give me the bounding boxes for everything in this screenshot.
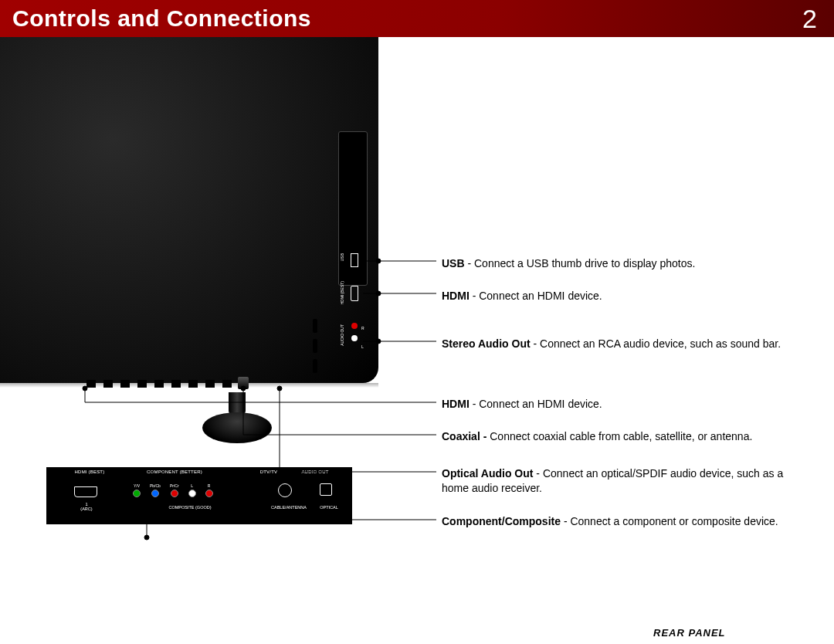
coax-port-icon [278,483,292,497]
desc-optical: Optical Audio Out - Connect an optical/S… [442,466,805,496]
desc-component: Component/Composite - Connect a componen… [442,514,778,529]
hdmi-side-port-icon [349,286,360,301]
rca-blue-icon [151,490,159,497]
desc-hdmi-side-text: - Connect an HDMI device. [470,290,602,302]
side-hdmi-label: HDMI (BEST) [340,281,344,305]
usb-port-icon [349,253,360,267]
desc-coax: Coaxial - Connect coaxial cable from cab… [442,429,752,444]
tv-side-button [313,339,317,353]
rca-red-icon [171,490,178,497]
bp-composite-sub: COMPOSITE (GOOD) [133,505,247,510]
component-rca-group: Y/V Pb/Cb Pr/Cr L R [133,483,213,497]
footer-rear-panel: REAR PANEL [653,627,726,639]
bottom-port-panel: HDMI (BEST) COMPONENT (BETTER) DTV/TV AU… [45,466,354,526]
desc-hdmi-side-bold: HDMI [442,290,470,302]
optical-port-icon [320,483,332,496]
rca-pbcb-label: Pb/Cb [150,483,161,488]
desc-stereo-text: - Connect an RCA audio device, such as s… [531,337,781,350]
desc-usb: USB - Connect a USB thumb drive to displ… [442,256,695,271]
side-audio-label: AUDIO OUT [340,324,344,346]
rca-r-label: R [208,483,211,488]
tv-side-button [313,319,317,333]
desc-usb-text: - Connect a USB thumb drive to display p… [465,257,696,269]
page-content: USB HDMI (BEST) AUDIO OUT R L HDMI (BEST… [0,37,834,644]
bottom-port-bumps [86,378,287,388]
desc-hdmi-bottom-bold: HDMI [442,398,470,410]
tv-rear-body [0,37,378,383]
desc-component-bold: Component/Composite [442,515,561,527]
desc-hdmi-bottom: HDMI - Connect an HDMI device. [442,397,602,412]
desc-stereo: Stereo Audio Out - Connect an RCA audio … [442,337,781,351]
side-audio-l: L [361,344,364,349]
rca-prcr-label: Pr/Cr [170,483,179,488]
tv-stand [202,392,272,454]
chapter-title: Controls and Connections [12,5,311,32]
hdmi-bottom-sub: 1 (ARC) [63,502,110,511]
desc-coax-bold: Coaxial - [442,430,490,442]
side-audio-r: R [361,326,364,330]
desc-optical-bold: Optical Audio Out [442,467,533,480]
rca-yv-label: Y/V [134,483,140,488]
chapter-number: 2 [802,4,817,34]
tv-side-button [313,359,317,373]
bp-coax-sub: CABLE/ANTENNA [267,505,310,510]
hdmi-arc: (ARC) [80,507,92,511]
side-usb-label: USB [340,253,344,261]
desc-coax-text: Connect coaxial cable from cable, satell… [490,430,752,442]
tv-side-buttons [313,319,317,373]
audio-out-side-icon [349,323,360,341]
coax-connector-bump [238,377,249,389]
desc-hdmi-side: HDMI - Connect an HDMI device. [442,289,602,303]
desc-component-text: - Connect a component or composite devic… [561,515,778,527]
rca-l-label: L [191,483,193,488]
rca-green-icon [133,490,141,497]
rca-red2-icon [205,490,213,497]
desc-hdmi-bottom-text: - Connect an HDMI device. [470,398,602,410]
hdmi-bottom-port-icon [74,486,97,497]
svg-point-17 [144,535,149,540]
chapter-header: Controls and Connections 2 [0,0,834,37]
rca-white-icon [188,490,196,497]
bp-optical-sub: OPTICAL [310,505,348,510]
desc-stereo-bold: Stereo Audio Out [442,337,531,350]
desc-usb-bold: USB [442,257,465,269]
